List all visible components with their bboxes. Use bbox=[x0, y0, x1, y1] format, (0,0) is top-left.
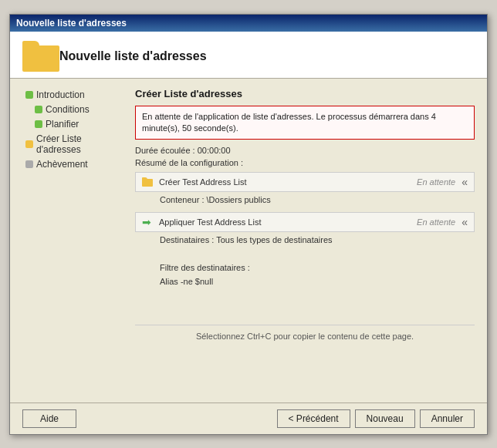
dot-yellow-icon bbox=[25, 140, 33, 148]
content-area: Introduction Conditions Planifier Créer … bbox=[10, 79, 487, 403]
button-bar: Aide < Précédent Nouveau Annuler bbox=[10, 403, 487, 434]
sidebar-item-creer-liste[interactable]: Créer Liste d'adresses bbox=[22, 132, 123, 157]
status-box: En attente de l'application de liste d'a… bbox=[135, 106, 475, 140]
expand-icon-appliquer[interactable]: « bbox=[462, 216, 468, 228]
footer-hint: Sélectionnez Ctrl+C pour copier le conte… bbox=[135, 325, 475, 347]
titlebar: Nouvelle liste d'adresses bbox=[10, 15, 487, 32]
nav-buttons: < Précédent Nouveau Annuler bbox=[277, 409, 475, 428]
titlebar-label: Nouvelle liste d'adresses bbox=[16, 18, 127, 29]
status-message: En attente de l'application de liste d'a… bbox=[142, 112, 436, 133]
sidebar-item-planifier-label: Planifier bbox=[46, 119, 79, 130]
precedent-button[interactable]: < Précédent bbox=[277, 409, 350, 428]
dot-green-icon bbox=[25, 91, 33, 99]
dot-green-icon bbox=[35, 106, 42, 113]
header-section: Nouvelle liste d'adresses bbox=[10, 32, 487, 79]
task-appliquer-detail-0: Destinataires : Tous les types de destin… bbox=[135, 234, 475, 246]
main-dialog: Nouvelle liste d'adresses Nouvelle liste… bbox=[9, 14, 488, 435]
arrow-green-icon: ➡ bbox=[142, 217, 153, 227]
task-group-appliquer: ➡ Appliquer Test Address List En attente… bbox=[135, 212, 475, 289]
nouveau-button[interactable]: Nouveau bbox=[355, 409, 415, 428]
task-creer-label: Créer Test Address List bbox=[159, 177, 417, 187]
sidebar-item-conditions[interactable]: Conditions bbox=[22, 103, 123, 116]
header-folder-icon bbox=[22, 41, 59, 72]
sidebar-item-introduction-label: Introduction bbox=[36, 89, 85, 100]
task-appliquer-detail-1: Filtre des destinataires : bbox=[135, 261, 475, 274]
sidebar-item-achevement[interactable]: Achèvement bbox=[22, 157, 123, 171]
sidebar-item-introduction[interactable]: Introduction bbox=[22, 88, 123, 102]
sidebar-item-achevement-label: Achèvement bbox=[36, 159, 88, 170]
aide-button[interactable]: Aide bbox=[22, 409, 76, 428]
dot-green-icon bbox=[35, 120, 42, 128]
dialog-body: Nouvelle liste d'adresses Introduction C… bbox=[10, 32, 487, 434]
annuler-button[interactable]: Annuler bbox=[420, 409, 475, 428]
duration-value: 00:00:00 bbox=[198, 146, 231, 155]
task-creer-detail-0: Conteneur : \Dossiers publics bbox=[135, 194, 475, 206]
dot-gray-icon bbox=[25, 160, 33, 168]
sidebar-item-planifier[interactable]: Planifier bbox=[22, 117, 123, 131]
task-appliquer-detail-blank bbox=[135, 248, 475, 260]
task-group-creer: Créer Test Address List En attente « Con… bbox=[135, 172, 475, 207]
task-appliquer-status: En attente bbox=[417, 217, 455, 227]
expand-icon-creer[interactable]: « bbox=[462, 176, 468, 188]
task-creer-status: En attente bbox=[417, 177, 455, 187]
task-appliquer-label: Appliquer Test Address List bbox=[159, 217, 417, 227]
folder-small-icon bbox=[142, 177, 153, 187]
header-title: Nouvelle liste d'adresses bbox=[59, 49, 207, 63]
duration-row: Durée écoulée : 00:00:00 bbox=[135, 146, 475, 155]
sidebar: Introduction Conditions Planifier Créer … bbox=[22, 88, 123, 393]
sidebar-item-creer-liste-label: Créer Liste d'adresses bbox=[36, 133, 120, 155]
sidebar-item-conditions-label: Conditions bbox=[46, 104, 90, 115]
task-row-creer[interactable]: Créer Test Address List En attente « bbox=[135, 172, 475, 192]
summary-title: Résumé de la configuration : bbox=[135, 158, 475, 167]
task-appliquer-detail-2: Alias -ne $null bbox=[135, 275, 475, 288]
main-content: Créer Liste d'adresses En attente de l'a… bbox=[135, 88, 475, 393]
duration-label: Durée écoulée : bbox=[135, 146, 195, 155]
section-title: Créer Liste d'adresses bbox=[135, 88, 475, 99]
task-row-appliquer[interactable]: ➡ Appliquer Test Address List En attente… bbox=[135, 212, 475, 232]
